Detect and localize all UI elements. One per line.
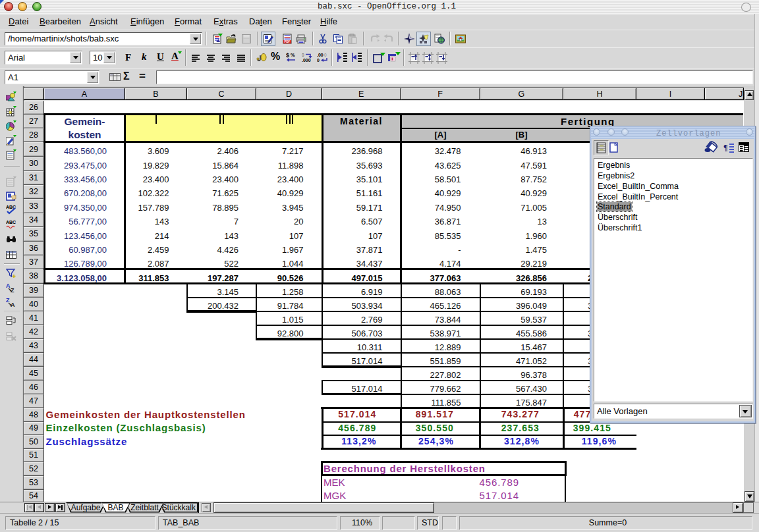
svg-text:.000: .000 [302, 58, 311, 63]
svg-text:%: % [291, 52, 295, 58]
svg-text:0: 0 [324, 53, 327, 57]
svg-text:ABC: ABC [6, 220, 16, 225]
svg-text:$: $ [286, 52, 289, 59]
svg-text:Z: Z [6, 297, 10, 304]
svg-text:PDF: PDF [285, 40, 291, 43]
svg-text:A: A [6, 282, 11, 289]
svg-text:.00: .00 [317, 53, 323, 57]
svg-text:0: 0 [302, 53, 304, 57]
svg-text:¶: ¶ [723, 143, 727, 152]
svg-text:0: 0 [317, 58, 320, 63]
